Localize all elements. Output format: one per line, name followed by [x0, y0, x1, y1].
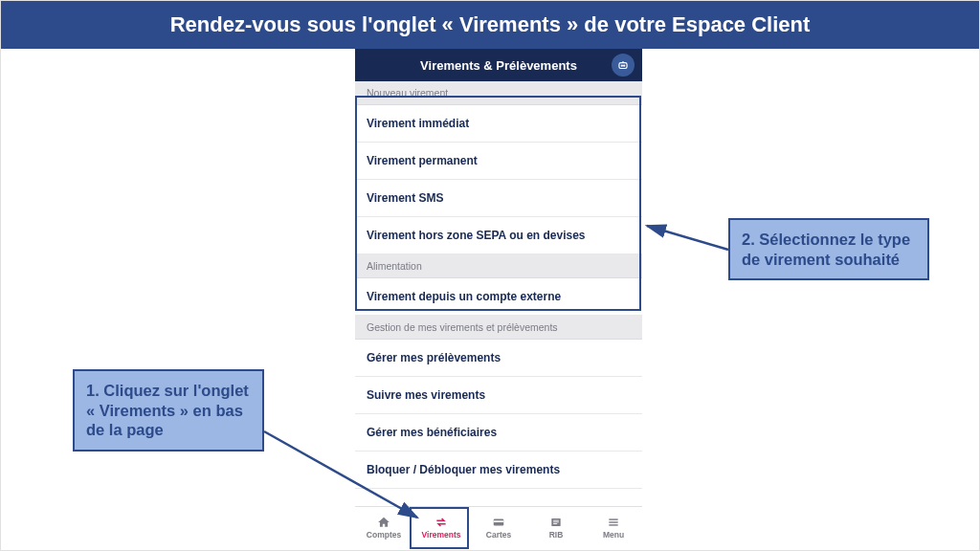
section-alimentation: Alimentation [355, 254, 642, 278]
svg-rect-8 [553, 521, 559, 522]
phone-screen: Virements & Prélèvements Nouveau viremen… [355, 49, 642, 548]
section-nouveau: Nouveau virement [355, 81, 642, 105]
svg-point-2 [624, 65, 625, 66]
item-gerer-beneficiaires[interactable]: Gérer mes bénéficiaires [355, 414, 642, 452]
rib-icon [548, 516, 564, 529]
tab-rib[interactable]: RIB [527, 507, 585, 548]
menu-icon [606, 516, 621, 529]
tab-label: Comptes [367, 530, 401, 540]
transfer-icon [434, 516, 449, 529]
svg-point-1 [621, 65, 622, 66]
svg-rect-5 [494, 520, 504, 522]
tab-bar: Comptes Virements Cartes RIB Menu [355, 506, 642, 548]
tab-label: Cartes [486, 530, 511, 540]
phone-title: Virements & Prélèvements [420, 58, 577, 73]
item-virement-immediat[interactable]: Virement immédiat [355, 105, 642, 143]
item-virement-externe[interactable]: Virement depuis un compte externe [355, 278, 642, 316]
svg-rect-7 [553, 520, 559, 521]
tab-label: RIB [549, 530, 564, 540]
home-icon [376, 516, 391, 529]
tab-virements[interactable]: Virements [412, 507, 470, 548]
tab-comptes[interactable]: Comptes [355, 507, 412, 548]
callout-step-2: 2. Sélectionnez le type de virement souh… [728, 218, 929, 280]
item-virement-sms[interactable]: Virement SMS [355, 180, 642, 217]
card-icon [491, 516, 506, 529]
item-bloquer-virements[interactable]: Bloquer / Débloquer mes virements [355, 452, 642, 489]
section-gestion: Gestion de mes virements et prélèvements [355, 316, 642, 340]
item-virement-permanent[interactable]: Virement permanent [355, 143, 642, 180]
item-gerer-prelevements[interactable]: Gérer mes prélèvements [355, 340, 642, 377]
tab-label: Virements [422, 530, 461, 540]
tab-menu[interactable]: Menu [585, 507, 642, 548]
callout-step-1: 1. Cliquez sur l'onglet « Virements » en… [73, 369, 264, 452]
tab-label: Menu [603, 530, 624, 540]
svg-rect-9 [553, 523, 557, 524]
chatbot-icon[interactable] [612, 54, 635, 77]
tab-cartes[interactable]: Cartes [470, 507, 527, 548]
item-suivre-virements[interactable]: Suivre mes virements [355, 377, 642, 414]
svg-line-14 [647, 226, 728, 250]
item-virement-hors-sepa[interactable]: Virement hors zone SEPA ou en devises [355, 217, 642, 254]
phone-header: Virements & Prélèvements [355, 49, 642, 81]
instruction-banner: Rendez-vous sous l'onglet « Virements » … [1, 1, 979, 49]
